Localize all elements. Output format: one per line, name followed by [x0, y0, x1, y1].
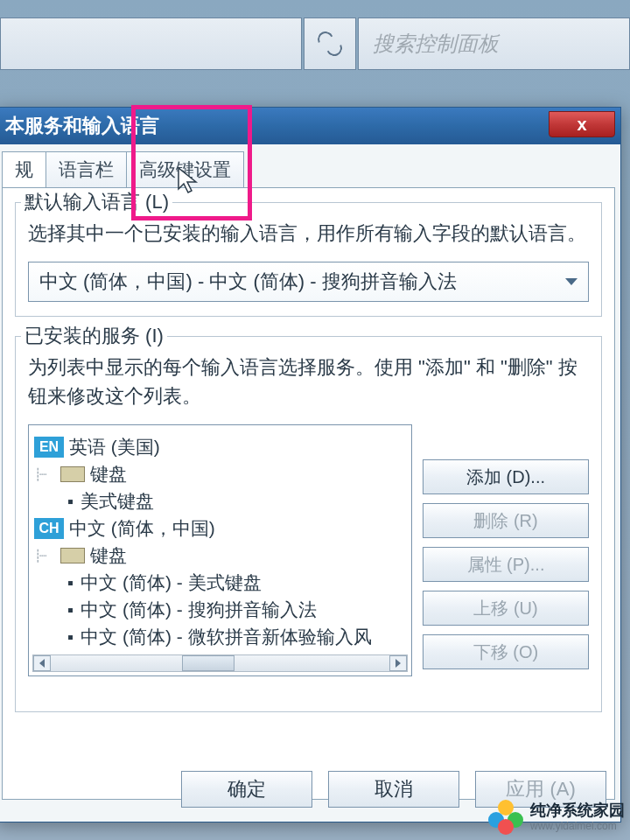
button-label: 取消 [374, 776, 413, 802]
tree-ime-item[interactable]: ▪ 中文 (简体) - 微软拼音新体验输入风 [34, 625, 406, 649]
scroll-right-button[interactable] [389, 655, 407, 671]
tree-label: 中文 (简体) - 微软拼音新体验输入风 [80, 625, 371, 649]
tab-label: 语言栏 [59, 159, 114, 179]
dialog-title: 本服务和输入语言 [5, 113, 159, 139]
installed-services-group: 已安装的服务 (I) 为列表中显示的每个输入语言选择服务。使用 "添加" 和 "… [15, 336, 602, 712]
titlebar[interactable]: 本服务和输入语言 x [0, 108, 620, 144]
watermark-logo-icon [488, 800, 523, 835]
button-label: 上移 (U) [473, 597, 537, 620]
scrollbar-thumb[interactable] [182, 655, 234, 671]
group-description: 选择其中一个已安装的输入语言，用作所有输入字段的默认语言。 [28, 219, 589, 248]
group-legend: 默认输入语言 (L) [21, 189, 172, 215]
button-label: 删除 (R) [473, 509, 537, 533]
bullet-icon: ▪ [67, 600, 74, 620]
bullet-icon: ▪ [67, 627, 74, 648]
horizontal-scrollbar[interactable] [32, 654, 408, 672]
close-button[interactable]: x [549, 111, 615, 137]
default-language-combobox[interactable]: 中文 (简体，中国) - 中文 (简体) - 搜狗拼音输入法 [28, 262, 589, 302]
combobox-value: 中文 (简体，中国) - 中文 (简体) - 搜狗拼音输入法 [39, 269, 457, 295]
search-field[interactable]: 搜索控制面板 [358, 18, 630, 70]
tree-language-node[interactable]: EN 英语 (美国) [34, 435, 406, 459]
bullet-icon: ▪ [67, 573, 74, 593]
remove-button[interactable]: 删除 (R) [423, 503, 589, 538]
group-legend: 已安装的服务 (I) [21, 323, 167, 349]
text-services-dialog: 本服务和输入语言 x 规 语言栏 高级键设置 默认输入语言 (L) 选择其中一个… [0, 107, 621, 822]
tree-connector: ┊┈ [34, 549, 45, 563]
services-tree[interactable]: EN 英语 (美国) ┊┈ 键盘 ▪ 美式键盘 CH 中文 (简体，中国) [28, 424, 412, 676]
move-down-button[interactable]: 下移 (O) [423, 634, 589, 669]
bullet-icon: ▪ [67, 492, 74, 512]
toolbar-left-section [0, 18, 302, 70]
close-icon: x [577, 115, 586, 135]
scroll-left-button[interactable] [33, 655, 51, 671]
tree-ime-item[interactable]: ▪ 中文 (简体) - 搜狗拼音输入法 [34, 598, 406, 622]
language-badge-ch: CH [34, 518, 64, 539]
refresh-button[interactable] [304, 18, 356, 70]
tab-strip: 规 语言栏 高级键设置 [0, 144, 620, 187]
move-up-button[interactable]: 上移 (U) [423, 591, 589, 626]
button-label: 添加 (D)... [466, 466, 545, 489]
tree-label: 键盘 [90, 543, 127, 568]
tree-ime-item[interactable]: ▪ 中文 (简体) - 美式键盘 [34, 570, 406, 595]
tree-label: 中文 (简体) - 美式键盘 [80, 570, 261, 595]
tree-label: 英语 (美国) [69, 435, 160, 459]
keyboard-icon [60, 466, 85, 482]
explorer-toolbar: 搜索控制面板 [0, 18, 630, 70]
cancel-button[interactable]: 取消 [328, 771, 459, 808]
button-label: 下移 (O) [473, 640, 538, 664]
button-label: 确定 [228, 776, 266, 802]
language-badge-en: EN [34, 437, 64, 458]
tree-ime-item[interactable]: ▪ 美式键盘 [34, 489, 406, 514]
ok-button[interactable]: 确定 [181, 771, 312, 808]
button-label: 应用 (A) [506, 776, 575, 802]
watermark-brand: 纯净系统家园 [530, 802, 625, 820]
tab-label: 规 [15, 159, 33, 179]
properties-button[interactable]: 属性 (P)... [423, 547, 589, 582]
tree-label: 键盘 [90, 462, 127, 486]
watermark-text-block: 纯净系统家园 www.yidaimei.com [530, 802, 625, 832]
search-placeholder: 搜索控制面板 [373, 30, 499, 58]
tree-label: 中文 (简体，中国) [69, 516, 215, 541]
tree-connector: ┊┈ [34, 467, 45, 481]
tab-label: 高级键设置 [139, 159, 231, 179]
service-buttons: 添加 (D)... 删除 (R) 属性 (P)... 上移 (U) 下移 (O) [423, 424, 589, 676]
default-input-language-group: 默认输入语言 (L) 选择其中一个已安装的输入语言，用作所有输入字段的默认语言。… [15, 202, 602, 317]
tree-keyboard-node[interactable]: ┊┈ 键盘 [34, 462, 406, 486]
tab-general[interactable]: 规 [2, 151, 46, 187]
tree-label: 中文 (简体) - 搜狗拼音输入法 [80, 598, 316, 622]
refresh-icon [318, 32, 342, 56]
services-area: EN 英语 (美国) ┊┈ 键盘 ▪ 美式键盘 CH 中文 (简体，中国) [28, 424, 589, 676]
tree-label: 美式键盘 [80, 489, 154, 514]
tab-panel: 默认输入语言 (L) 选择其中一个已安装的输入语言，用作所有输入字段的默认语言。… [2, 187, 615, 800]
watermark-url: www.yidaimei.com [530, 820, 625, 832]
tree-keyboard-node[interactable]: ┊┈ 键盘 [34, 543, 406, 568]
keyboard-icon [60, 548, 85, 564]
add-button[interactable]: 添加 (D)... [423, 459, 589, 494]
tab-advanced-key-settings[interactable]: 高级键设置 [126, 151, 244, 187]
button-label: 属性 (P)... [467, 553, 545, 577]
group-description: 为列表中显示的每个输入语言选择服务。使用 "添加" 和 "删除" 按钮来修改这个… [28, 353, 589, 410]
tab-language-bar[interactable]: 语言栏 [46, 151, 127, 187]
tree-language-node[interactable]: CH 中文 (简体，中国) [34, 516, 406, 541]
watermark: 纯净系统家园 www.yidaimei.com [488, 800, 625, 835]
